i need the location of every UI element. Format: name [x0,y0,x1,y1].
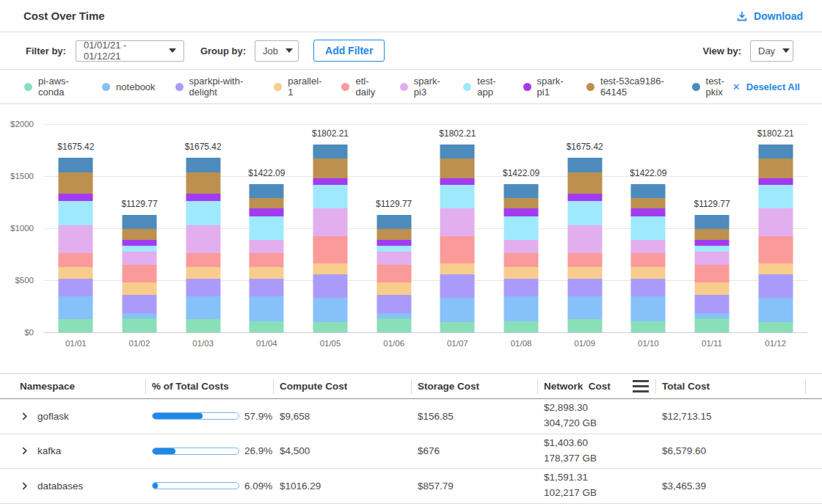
bar-01/10[interactable]: $1422.09 [616,124,680,332]
bar-segment-sparkpi-with-delight [440,274,475,298]
table-body: goflask57.9%$9,658$156.85$2,898.30304,72… [0,399,822,504]
legend-label: spark-pi1 [537,76,567,98]
bar-segment-notebook [186,296,220,318]
download-button[interactable]: Download [736,10,803,22]
column-header-compute-cost[interactable]: Compute Cost [273,374,411,398]
legend-item-parallel-1[interactable]: parallel-1 [274,76,321,98]
network-gb-value: 178,377 GB [544,451,655,467]
bar-01/03[interactable]: $1675.42 [171,124,235,332]
bar-segment-spark-pi1 [59,194,93,202]
legend-item-test-app[interactable]: test-app [463,76,503,98]
namespace-label[interactable]: databases [37,481,83,492]
legend-item-test-pkix[interactable]: test-pkix [692,76,732,98]
column-header-total-cost[interactable]: Total Cost [655,374,806,398]
bar-stack [186,158,220,332]
bar-01/05[interactable]: $1802.21 [299,124,363,332]
network-cost-value: $1,403.60 [544,436,655,451]
bar-01/12[interactable]: $1802.21 [743,124,807,332]
bar-segment-pi-aws-conda [440,322,475,332]
bar-total-label: $1422.09 [481,168,561,178]
bar-01/09[interactable]: $1675.42 [553,124,616,332]
bar-01/08[interactable]: $1422.09 [490,124,553,332]
legend-item-test-53ca9186-64145[interactable]: test-53ca9186-64145 [586,76,672,98]
legend-item-sparkpi-with-delight[interactable]: sparkpi-with-delight [175,76,255,98]
bar-01/07[interactable]: $1802.21 [426,124,490,332]
chart-bars: $1675.42$1129.77$1675.42$1422.09$1802.21… [44,124,807,332]
bar-segment-pi-aws-conda [313,322,348,332]
add-filter-button[interactable]: Add Filter [313,40,385,62]
bar-segment-etl-daily [313,236,348,263]
legend-item-spark-pi3[interactable]: spark-pi3 [400,76,444,98]
bar-segment-spark-pi3 [567,225,602,253]
x-tick-label: 01/01 [44,339,108,348]
bar-total-label: $1675.42 [163,142,244,152]
group-by-select[interactable]: Job [255,40,299,62]
bar-segment-parallel-1 [695,282,730,294]
bar-segment-spark-pi3 [313,208,348,236]
bar-stack [123,215,157,332]
x-tick-label: 01/12 [743,339,807,348]
column-header-network-cost[interactable]: Network Cost [537,374,655,398]
total-cost-cell: $12,713.15 [655,411,806,422]
bar-segment-spark-pi1 [186,194,220,202]
expand-chevron-icon[interactable] [20,446,29,456]
legend-item-etl-daily[interactable]: etl-daily [341,76,379,98]
namespace-label[interactable]: kafka [37,445,61,456]
y-tick-label: $2000 [10,120,34,128]
y-tick-label: $500 [15,276,34,285]
bar-01/06[interactable]: $1129.77 [362,124,426,332]
legend-dot [274,83,282,91]
total-cost-cell: $3,465.39 [655,481,806,492]
expand-chevron-icon[interactable] [20,412,29,421]
network-cost-cell: $1,403.60178,377 GB [537,436,655,467]
bar-segment-notebook [567,296,602,318]
bar-segment-etl-daily [440,236,475,263]
column-header-storage-cost[interactable]: Storage Cost [411,374,537,398]
y-tick-label: $1500 [10,172,34,180]
view-by-label: View by: [702,45,741,56]
network-cost-value: $2,898.30 [544,401,655,416]
bar-segment-etl-daily [631,253,666,267]
bar-segment-sparkpi-with-delight [59,279,93,296]
storage-cost-cell: $156.85 [411,411,537,422]
network-cost-cell: $2,898.30304,720 GB [537,401,655,431]
namespace-cost-table: Namespace % of Total Costs Compute Cost … [0,373,822,504]
compute-cost-cell: $9,658 [273,411,411,422]
bar-segment-pi-aws-conda [377,318,411,332]
legend-item-spark-pi1[interactable]: spark-pi1 [523,76,567,98]
date-range-value: 01/01/21 - 01/12/21 [84,40,161,62]
column-header-namespace[interactable]: Namespace [16,374,145,398]
bar-segment-spark-pi3 [250,240,284,253]
expand-chevron-icon[interactable] [20,481,29,491]
table-row-databases: databases6.09%$1016.29$857.79$1,591.3110… [0,469,822,504]
date-range-select[interactable]: 01/01/21 - 01/12/21 [76,40,184,62]
storage-cost-cell: $676 [411,445,537,456]
legend-dot [523,83,531,91]
table-row-kafka: kafka26.9%$4,500$676$1,403.60178,377 GB$… [0,434,822,470]
namespace-label[interactable]: goflask [37,411,69,422]
view-by-value: Day [758,45,775,56]
legend-item-notebook[interactable]: notebook [102,81,156,92]
filter-bar: Filter by: 01/01/21 - 01/12/21 Group by:… [0,32,822,70]
legend-dot [341,83,349,91]
bar-01/02[interactable]: $1129.77 [108,124,172,332]
chevron-down-icon [782,48,790,53]
progress-fill [153,448,175,454]
bar-segment-parallel-1 [758,263,793,274]
view-by-select[interactable]: Day [750,40,793,62]
deselect-all-button[interactable]: ✕ Deselect All [732,81,800,92]
column-header-percent-of-total-costs[interactable]: % of Total Costs [145,374,273,398]
bar-segment-pi-aws-conda [186,319,220,332]
bar-segment-spark-pi3 [695,252,730,265]
network-gb-value: 304,720 GB [544,416,655,431]
column-menu-icon[interactable] [633,380,649,392]
bar-stack [59,158,93,332]
bar-01/11[interactable]: $1129.77 [680,124,744,332]
bar-total-label: $1675.42 [545,142,625,152]
bar-segment-sparkpi-with-delight [377,295,411,313]
bar-01/04[interactable]: $1422.09 [235,124,299,332]
bar-segment-sparkpi-with-delight [186,279,220,296]
bar-segment-test-pkix [186,158,220,172]
bar-01/01[interactable]: $1675.42 [44,124,108,332]
legend-item-pi-aws-conda[interactable]: pi-aws-conda [24,76,82,98]
